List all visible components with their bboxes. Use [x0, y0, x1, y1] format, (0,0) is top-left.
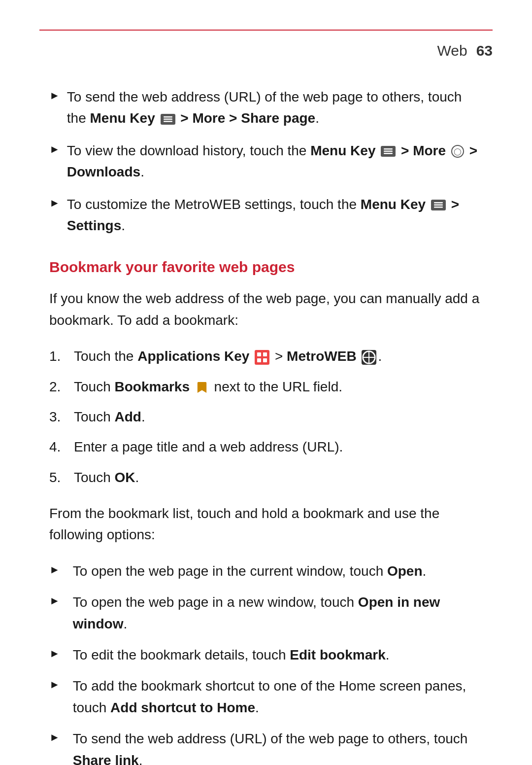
inline-bold: Menu Key	[310, 143, 375, 158]
inline-bold: Edit bookmark	[290, 647, 385, 662]
section-heading: Bookmark your favorite web pages	[49, 256, 483, 278]
svg-rect-4	[384, 151, 393, 152]
step-number: 4.	[49, 436, 74, 457]
list-item: 1. Touch the Applications Key > MetroWEB…	[49, 346, 483, 367]
svg-rect-6	[434, 202, 443, 204]
list-item: ► To edit the bookmark details, touch Ed…	[49, 644, 483, 665]
inline-bold: Settings	[67, 218, 121, 233]
step-number: 5.	[49, 467, 74, 488]
svg-rect-2	[164, 121, 172, 122]
after-steps-paragraph: From the bookmark list, touch and hold a…	[49, 503, 483, 546]
inline-bold: Open	[387, 563, 423, 579]
svg-rect-0	[164, 116, 172, 118]
inline-bold: >	[469, 143, 477, 158]
svg-rect-7	[434, 205, 443, 206]
svg-rect-12	[263, 358, 267, 362]
bullet-arrow: ►	[49, 645, 60, 662]
menu-key-icon	[161, 114, 175, 125]
list-item: ► To open the web page in the current wi…	[49, 560, 483, 582]
list-item: 4. Enter a page title and a web address …	[49, 436, 483, 457]
inline-bold: Downloads	[67, 164, 140, 179]
inline-bold: MetroWEB	[287, 348, 357, 364]
step-number: 1.	[49, 346, 74, 367]
list-item: ► To send the web address (URL) of the w…	[49, 728, 483, 765]
inline-bold: >	[451, 197, 459, 212]
header-page-num: 63	[476, 39, 493, 62]
bullet-text: To send the web address (URL) of the web…	[67, 86, 483, 129]
svg-rect-11	[257, 358, 261, 362]
list-item: ► To customize the MetroWEB settings, to…	[49, 194, 483, 237]
bullet-text: To open the web page in the current wind…	[73, 560, 427, 582]
list-item: 2. Touch Bookmarks next to the URL field…	[49, 376, 483, 397]
svg-rect-3	[384, 148, 393, 150]
inline-bold: Add shortcut to Home	[110, 700, 255, 715]
step-text: Touch OK.	[74, 467, 139, 488]
step-text: Touch Add.	[74, 406, 145, 427]
step-number: 3.	[49, 406, 74, 427]
bullet-arrow: ►	[49, 676, 60, 693]
header-title: Web	[437, 39, 467, 62]
svg-rect-1	[164, 119, 172, 120]
inline-bold: Add	[115, 409, 141, 424]
content-area: ► To send the web address (URL) of the w…	[39, 86, 493, 765]
bullet-text: To send the web address (URL) of the web…	[73, 728, 483, 765]
inline-bold: Menu Key	[361, 197, 426, 212]
header-line	[39, 30, 493, 31]
metro-web-icon	[362, 350, 376, 365]
list-item: ► To add the bookmark shortcut to one of…	[49, 675, 483, 718]
bullet-arrow: ►	[49, 87, 60, 104]
inline-bold: > More > Share page	[180, 110, 315, 126]
page-container: Web 63 ► To send the web address (URL) o…	[0, 0, 532, 765]
inline-bold: Open in new window	[73, 594, 440, 631]
more-circle-icon: ◯	[451, 145, 464, 158]
bullet-text: To open the web page in a new window, to…	[73, 591, 483, 634]
inline-bold: Share link	[73, 753, 139, 765]
bullet-arrow: ►	[49, 729, 60, 746]
intro-paragraph: If you know the web address of the web p…	[49, 288, 483, 331]
inline-bold: Menu Key	[90, 110, 155, 126]
inline-bold: OK	[115, 470, 135, 485]
inline-bold: Applications Key	[137, 348, 249, 364]
options-bullet-list: ► To open the web page in the current wi…	[49, 560, 483, 765]
list-item: 3. Touch Add.	[49, 406, 483, 427]
inline-bold: Bookmarks	[115, 379, 190, 394]
step-number: 2.	[49, 376, 74, 397]
list-item: ► To view the download history, touch th…	[49, 140, 483, 183]
header-row: Web 63	[39, 39, 493, 62]
bookmarks-icon	[195, 381, 209, 394]
svg-rect-5	[384, 153, 393, 154]
bullet-arrow: ►	[49, 141, 60, 158]
apps-key-icon	[255, 350, 269, 365]
svg-rect-8	[434, 207, 443, 208]
svg-rect-10	[263, 352, 267, 356]
step-text: Touch the Applications Key > MetroWEB .	[74, 346, 382, 367]
list-item: 5. Touch OK.	[49, 467, 483, 488]
list-item: ► To open the web page in a new window, …	[49, 591, 483, 634]
bullet-text: To add the bookmark shortcut to one of t…	[73, 675, 483, 718]
bullet-arrow: ►	[49, 561, 60, 578]
bullet-text: To edit the bookmark details, touch Edit…	[73, 644, 390, 665]
bullet-arrow: ►	[49, 592, 60, 609]
bullet-text: To view the download history, touch the …	[67, 140, 477, 183]
bullet-arrow: ►	[49, 195, 60, 211]
menu-key-icon	[431, 200, 446, 210]
step-text: Enter a page title and a web address (UR…	[74, 436, 343, 457]
inline-bold: > More	[401, 143, 446, 158]
bullet-text: To customize the MetroWEB settings, touc…	[67, 194, 459, 237]
step-text: Touch Bookmarks next to the URL field.	[74, 376, 342, 397]
menu-key-icon	[381, 146, 396, 157]
svg-rect-9	[257, 352, 261, 356]
top-bullet-list: ► To send the web address (URL) of the w…	[49, 86, 483, 236]
numbered-steps: 1. Touch the Applications Key > MetroWEB…	[49, 346, 483, 488]
list-item: ► To send the web address (URL) of the w…	[49, 86, 483, 129]
